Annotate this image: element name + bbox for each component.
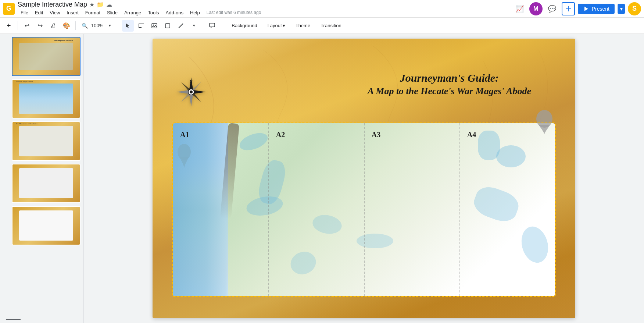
menu-edit[interactable]: Edit: [32, 8, 46, 17]
menu-slide[interactable]: Slide: [104, 8, 121, 17]
menu-file[interactable]: File: [18, 8, 31, 17]
toolbar-separator-3: [119, 21, 119, 30]
gray-pin-marker: [535, 109, 554, 135]
grid-label-a4: A4: [467, 131, 476, 139]
river-9: [357, 234, 393, 248]
app-icon[interactable]: G: [3, 3, 15, 15]
slide-thumbnail-1[interactable]: Journeyman's Guide: [12, 37, 80, 76]
slide-item-5: 5: [3, 206, 80, 245]
zoom-dropdown-btn[interactable]: ▾: [104, 20, 116, 32]
compass-rose: N: [175, 75, 208, 109]
toolbar-separator-1: [18, 21, 18, 30]
canvas-area[interactable]: N Journeyman's Guide: A Map to the Hecat…: [84, 34, 644, 323]
layout-btn[interactable]: Layout ▾: [263, 21, 290, 30]
doc-title-area: Sample Interactive Map ★ 📁 ☁ File Edit V…: [18, 1, 261, 17]
toolbar-right-btns: Background Layout ▾ Theme Transition: [227, 21, 346, 30]
comment-tool-btn[interactable]: [206, 20, 218, 32]
present-button[interactable]: Present: [578, 4, 615, 14]
svg-marker-2: [584, 7, 588, 11]
slide-canvas: N Journeyman's Guide: A Map to the Hecat…: [153, 39, 575, 318]
river-5: [496, 145, 526, 167]
layout-label: Layout: [268, 23, 282, 28]
menu-insert[interactable]: Insert: [64, 8, 82, 17]
app-icon-label: G: [6, 5, 11, 13]
folder-icon[interactable]: 📁: [97, 1, 104, 8]
slide-item-2: 2 The War Mages' Abode: [3, 79, 80, 118]
user-avatar[interactable]: S: [628, 2, 641, 15]
svg-line-10: [179, 24, 183, 28]
star-icon[interactable]: ★: [89, 1, 94, 8]
slide-thumbnail-5[interactable]: [12, 206, 80, 245]
menu-bar: File Edit View Insert Format Slide Arran…: [18, 8, 261, 17]
slide-thumb-content-2: The War Mages' Abode: [12, 80, 80, 118]
purple-m-icon[interactable]: M: [529, 2, 543, 15]
slide-thumbnail-2[interactable]: The War Mages' Abode: [12, 79, 80, 118]
add-slide-btn[interactable]: +: [3, 20, 15, 32]
cloud-icon[interactable]: ☁: [106, 1, 112, 8]
map-title: Journeyman's Guide: A Map to the Hecate'…: [368, 72, 531, 97]
main-layout: 1 Journeyman's Guide 2: [0, 34, 644, 323]
menu-view[interactable]: View: [47, 8, 63, 17]
slide-item-3: 3 The Mountains of Desolation: [3, 121, 80, 161]
slide-thumb-content-4: [12, 164, 80, 202]
svg-rect-9: [165, 24, 170, 28]
menu-format[interactable]: Format: [82, 8, 103, 17]
avatar-label: S: [632, 5, 637, 13]
blue-pin-marker: [176, 142, 192, 169]
background-btn[interactable]: Background: [227, 21, 261, 30]
svg-rect-4: [139, 24, 144, 24]
doc-title[interactable]: Sample Interactive Map: [18, 1, 87, 8]
zoom-icon-btn[interactable]: 🔍: [79, 20, 90, 32]
undo-btn[interactable]: ↩: [21, 20, 33, 32]
menu-arrange[interactable]: Arrange: [121, 8, 144, 17]
slide-panel: 1 Journeyman's Guide 2: [0, 34, 84, 323]
menu-help[interactable]: Help: [187, 8, 203, 17]
grid-label-a2: A2: [276, 131, 285, 139]
select-tool-btn[interactable]: [122, 20, 134, 32]
zoom-value: 100%: [91, 23, 103, 28]
slide-thumb-content-1: Journeyman's Guide: [12, 38, 80, 75]
inner-map-area[interactable]: A1 A2 A3 A4: [173, 123, 555, 296]
comment-icon-btn[interactable]: 💬: [545, 2, 559, 15]
menu-tools[interactable]: Tools: [145, 8, 162, 17]
add-icon-btn[interactable]: [562, 2, 575, 15]
slide-item-1: 1 Journeyman's Guide: [3, 37, 80, 76]
layout-arrow: ▾: [283, 23, 285, 28]
map-title-line2: A Map to the Hecate's War Mages' Abode: [368, 86, 531, 97]
doc-title-row: Sample Interactive Map ★ 📁 ☁: [18, 1, 261, 8]
redo-btn[interactable]: ↪: [34, 20, 46, 32]
image-tool-btn[interactable]: [149, 20, 160, 32]
line-tool-btn[interactable]: [175, 20, 187, 32]
svg-text:N: N: [190, 79, 193, 84]
toolbar-separator-5: [221, 21, 221, 30]
grid-line-3: [459, 123, 460, 296]
slide-thumbnail-3[interactable]: The Mountains of Desolation: [12, 121, 80, 161]
text-tool-btn[interactable]: [135, 20, 147, 32]
line-dropdown-btn[interactable]: ▾: [188, 20, 200, 32]
toolbar-separator-2: [75, 21, 76, 30]
grid-label-a3: A3: [372, 131, 380, 139]
menu-addons[interactable]: Add-ons: [163, 8, 186, 17]
toolbar-separator-4: [203, 21, 203, 30]
purple-m-label: M: [533, 6, 538, 12]
slide-thumb-content-3: The Mountains of Desolation: [12, 122, 80, 160]
analytics-icon-btn[interactable]: 📈: [513, 2, 526, 15]
present-dropdown-btn[interactable]: ▾: [618, 4, 625, 14]
svg-rect-11: [210, 23, 215, 27]
toolbar: + ↩ ↪ 🖨 🎨 🔍 100% ▾ ▾ Background Layout ▾…: [0, 18, 644, 34]
top-bar: G Sample Interactive Map ★ 📁 ☁ File Edit…: [0, 0, 644, 18]
present-label: Present: [592, 6, 609, 12]
theme-btn[interactable]: Theme: [291, 21, 315, 30]
map-title-line1: Journeyman's Guide:: [368, 72, 531, 84]
grid-line-2: [364, 123, 365, 296]
svg-rect-6: [139, 27, 142, 28]
transition-btn[interactable]: Transition: [316, 21, 346, 30]
shape-tool-btn[interactable]: [162, 20, 173, 32]
top-bar-right: 📈 M 💬 Present ▾ S: [513, 2, 641, 15]
svg-marker-3: [126, 23, 130, 28]
svg-rect-1: [566, 8, 571, 9]
print-btn[interactable]: 🖨: [47, 20, 59, 32]
slide-thumbnail-4[interactable]: [12, 164, 80, 203]
paint-format-btn[interactable]: 🎨: [61, 20, 72, 32]
zoom-area: 🔍 100% ▾: [79, 20, 116, 32]
